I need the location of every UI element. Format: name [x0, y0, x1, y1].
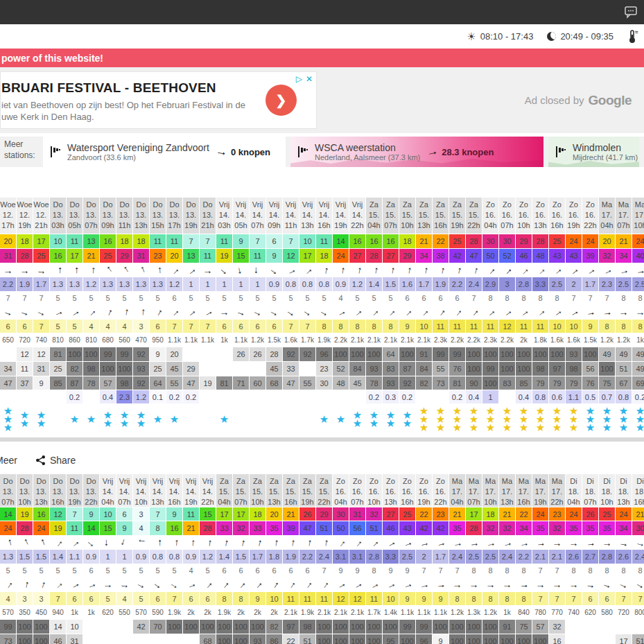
direction-arrow-icon: →: [135, 537, 146, 549]
header-cell: Vrij14.22h: [349, 198, 365, 234]
cloud-low-row-cell: 85: [516, 376, 532, 390]
direction-arrow-icon: →: [569, 579, 579, 590]
wave-period-row-cell: 7: [566, 292, 582, 304]
rating-stars-cell: [283, 404, 299, 435]
wind-gusts-row-cell: 39: [283, 521, 299, 535]
wind-speed-row: 1419161279106379111517171820212629303132…: [0, 507, 644, 521]
wind-speed-row-cell: 6: [116, 507, 132, 521]
cloud-mid-row-cell: 93: [133, 362, 149, 376]
wind-gusts-row-cell: 39: [582, 249, 598, 263]
wave-direction-row-arrow: →: [532, 577, 548, 591]
wind-speed-row-cell: 10: [299, 234, 315, 248]
wave-period-row-cell: 8: [516, 564, 532, 576]
direction-arrow-icon: →: [417, 264, 430, 276]
wind-gusts-row-cell: 28: [200, 521, 216, 535]
direction-arrow-icon: →: [584, 306, 595, 318]
ad-card[interactable]: ▷ ✕ BRUARI FESTIVAL - BEETHOVEN iet van …: [0, 71, 317, 129]
direction-arrow-icon: →: [600, 577, 613, 591]
wave-height-row-cell: 1: [250, 277, 266, 291]
direction-arrow-icon: →: [117, 263, 132, 277]
header-cell: Vrij14.13h: [299, 198, 315, 234]
cloud-mid-row-cell: 100: [499, 362, 515, 376]
direction-arrow-icon: →: [552, 537, 562, 548]
direction-arrow-icon: →: [600, 263, 614, 277]
air-temperature-row-cell: 7: [532, 592, 548, 605]
more-link[interactable]: Meer: [0, 455, 17, 466]
wave-period-row-cell: 6: [233, 564, 249, 576]
forecast-table-1[interactable]: Woe12.17hWoe12.19hWoe12.21hDo13.03hDo13.…: [0, 198, 644, 435]
cloud-high-row-cell: 97: [283, 620, 299, 634]
chat-icon[interactable]: [623, 6, 638, 19]
wind-gusts-row-cell: 47: [299, 521, 315, 535]
cloud-low-row-cell: 79: [549, 376, 565, 390]
air-temperature-row-cell: 11: [482, 320, 498, 333]
wave-direction-row-arrow: →: [599, 577, 615, 591]
wind-direction-row-arrow: →: [466, 536, 482, 549]
wind-gusts-row-cell: 46: [516, 249, 532, 263]
wave-period-row-cell: 8: [566, 564, 582, 576]
header-cell: Za15.04h: [216, 474, 232, 507]
wave-direction-row-arrow: →: [516, 304, 532, 319]
wave-direction-row-arrow: →: [399, 577, 415, 591]
cloud-base-row-cell: 810: [83, 333, 99, 347]
wave-height-row-cell: 1.9: [433, 277, 449, 291]
cloud-high-row-cell: [599, 620, 615, 634]
cloud-mid-row: 7310010046316810010093862251100100100100…: [0, 634, 644, 644]
direction-arrow-icon: →: [317, 304, 331, 319]
cloud-mid-row-cell: 98: [532, 362, 548, 376]
cloud-high-row-cell: [200, 347, 216, 361]
adchoices-icon[interactable]: ▷: [296, 74, 302, 84]
precipitation-row-cell: 0.4: [516, 390, 532, 403]
wind-speed-row-cell: 22: [516, 507, 532, 521]
cloud-low-row-cell: 30: [316, 376, 332, 390]
table-scrollbar[interactable]: [0, 437, 644, 442]
cloud-high-row-cell: 92: [299, 347, 315, 361]
cloud-mid-row: 3411312582981001009325452945332352849383…: [0, 362, 644, 376]
direction-arrow-icon: →: [519, 578, 529, 590]
cloud-mid-row-cell: 100: [116, 362, 132, 376]
wind-direction-row-arrow: →: [116, 263, 132, 277]
direction-arrow-icon: →: [584, 577, 596, 590]
header-cell: Za15.16h: [433, 198, 449, 234]
forecast-table-2[interactable]: Do13.07hDo13.10hDo13.13hDo13.16hDo13.19h…: [0, 474, 644, 644]
direction-arrow-icon: →: [350, 577, 364, 591]
share-link[interactable]: Share: [35, 455, 76, 466]
wind-speed-row-cell: 10: [50, 234, 66, 248]
rating-stars-cell: ★★: [33, 404, 49, 435]
ad-close-icon[interactable]: ✕: [306, 74, 313, 84]
wave-period-row-cell: 6: [266, 564, 282, 576]
air-temperature-row-cell: 4: [100, 320, 116, 333]
cloud-high-row-cell: 100: [333, 620, 349, 634]
cloud-low-row-cell: 90: [466, 376, 482, 390]
wave-period-row-cell: 5: [383, 292, 399, 304]
wind-gusts-row-cell: 42: [416, 521, 432, 535]
wave-direction-row-arrow: →: [582, 304, 598, 319]
wind-direction-row-arrow: →: [216, 536, 232, 549]
cloud-low-row-cell: 79: [532, 376, 548, 390]
cloud-base-row-cell: 1k: [216, 333, 232, 347]
wind-direction-row-arrow: →: [516, 536, 532, 549]
station-card-mijdrecht[interactable]: Windmolen Mijdrecht (41.7 km): [548, 137, 639, 167]
wave-height-row-cell: 1.9: [283, 550, 299, 564]
wind-speed-row-cell: 24: [616, 507, 632, 521]
rating-stars-row: ★★★★★★★★★★★★★★★★★★★★★★★★★★★★★★★★★★★★★★★★…: [0, 404, 644, 435]
header-cell: Za15.10h: [399, 198, 415, 234]
wind-gusts-row-cell: 47: [466, 249, 482, 263]
ad-cta-button[interactable]: ❯: [266, 85, 297, 116]
cloud-base-row-cell: 2.3k: [433, 333, 449, 347]
cloud-base-row-cell: 560: [116, 333, 132, 347]
station-card-zandvoort[interactable]: Watersport Vereniging Zandvoort Zandvoor…: [43, 137, 286, 167]
star-icon: ★: [220, 415, 229, 424]
wave-period-row-cell: 8: [582, 564, 598, 576]
cloud-mid-row-cell: [200, 362, 216, 376]
wave-period-row-cell: 8: [632, 292, 644, 304]
header-cell: Vrij14.05h: [233, 198, 249, 234]
cloud-high-row-cell: 100: [349, 347, 365, 361]
cloud-mid-row-cell: 52: [333, 362, 349, 376]
promo-banner[interactable]: power of this website!: [0, 49, 644, 67]
wave-direction-row-arrow: →: [116, 304, 132, 319]
cloud-mid-row-cell: 100: [532, 634, 548, 644]
station-card-aalsmeer[interactable]: WSCA weerstation Nederland, Aalsmeer (37…: [290, 137, 543, 167]
header-cell: Di18.04h: [566, 474, 582, 507]
wave-direction-row-arrow: →: [616, 577, 632, 591]
